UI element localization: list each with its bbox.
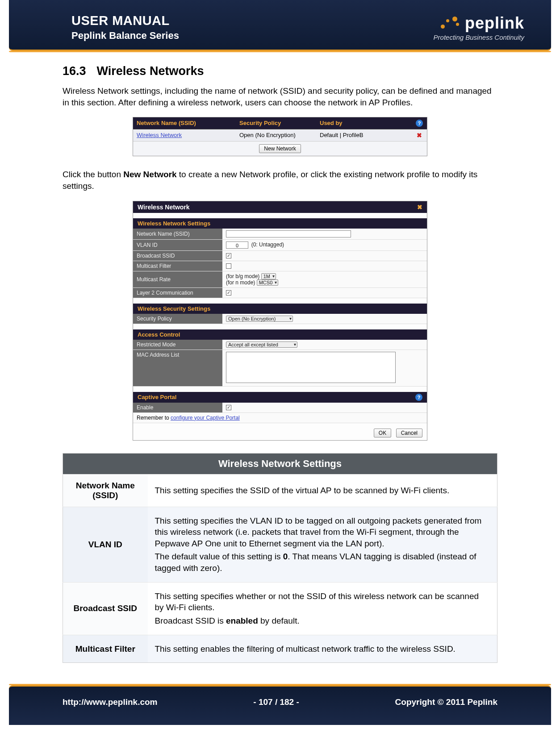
brand-tagline: Protecting Business Continuity (434, 33, 524, 41)
mrate-bg-select[interactable]: 1M (261, 273, 276, 279)
intro-paragraph: Wireless Network settings, including the… (63, 85, 497, 108)
setting-label-ssid: Network Name (SSID) (63, 474, 148, 507)
row-policy: Open (No Encryption) (236, 129, 316, 141)
new-network-button[interactable]: New Network (259, 144, 301, 153)
setting-desc-bcast-1: This setting specifies whether or not th… (155, 591, 490, 613)
label-vlan: VLAN ID (133, 239, 222, 250)
close-icon[interactable]: ✖ (417, 204, 422, 211)
section-heading: 16.3Wireless Networks (63, 64, 497, 78)
setting-desc-bcast-2: Broadcast SSID is enabled by default. (155, 615, 490, 627)
footer-url: http://www.peplink.com (63, 697, 158, 707)
settings-description-table: Wireless Network Settings Network Name (… (63, 453, 497, 663)
help-icon[interactable]: ? (415, 394, 422, 401)
brand-block: peplink Protecting Business Continuity (434, 14, 524, 41)
section-title: Wireless Networks (97, 64, 204, 78)
help-icon[interactable]: ? (416, 120, 423, 127)
network-edit-figure: Wireless Network ✖ Wireless Network Sett… (133, 201, 427, 441)
broadcast-checkbox[interactable]: ✓ (226, 253, 231, 258)
setting-desc-mfilter: This setting enables the filtering of mu… (155, 643, 490, 655)
network-link[interactable]: Wireless Network (137, 132, 182, 138)
secpol-select[interactable]: Open (No Encryption) (226, 316, 293, 322)
doc-title: USER MANUAL (71, 13, 179, 28)
settings-table-title: Wireless Network Settings (63, 453, 497, 474)
cancel-button[interactable]: Cancel (396, 429, 422, 437)
setting-label-vlan: VLAN ID (63, 507, 148, 582)
page-footer: http://www.peplink.com - 107 / 182 - Cop… (9, 685, 551, 725)
panel-title: Wireless Network (138, 204, 190, 211)
row-usedby: Default | ProfileB (316, 129, 412, 141)
delete-icon[interactable]: ✖ (417, 132, 422, 139)
subhead-captive: Captive Portal (138, 394, 176, 400)
col-ssid: Network Name (SSID) (133, 117, 236, 129)
enable-checkbox[interactable]: ✓ (226, 405, 231, 410)
rmode-select[interactable]: Accept all except listed (226, 341, 297, 348)
click-instruction: Click the button New Network to create a… (63, 169, 497, 192)
label-maclist: MAC Address List (133, 350, 222, 386)
setting-desc-vlan-1: This setting specifies the VLAN ID to be… (155, 515, 490, 550)
col-usedby: Used by (316, 117, 412, 129)
mfilter-checkbox[interactable] (226, 263, 231, 269)
label-ssid: Network Name (SSID) (133, 229, 222, 240)
mrate-n-select[interactable]: MCS0 (257, 279, 279, 286)
subhead-access: Access Control (133, 329, 427, 340)
mrate-n-label: (for n mode) (226, 279, 255, 286)
configure-portal-link[interactable]: configure your Captive Portal (171, 415, 240, 421)
maclist-textarea[interactable] (226, 352, 396, 383)
network-list-figure: Network Name (SSID) Security Policy Used… (133, 117, 427, 156)
footer-page: - 107 / 182 - (253, 697, 299, 707)
brand-dots-icon (440, 17, 462, 30)
label-broadcast: Broadcast SSID (133, 250, 222, 261)
subhead-security: Wireless Security Settings (133, 304, 427, 314)
setting-label-bcast: Broadcast SSID (63, 582, 148, 635)
col-help: ? (412, 117, 427, 129)
ok-button[interactable]: OK (374, 429, 391, 437)
mrate-bg-label: (for b/g mode) (226, 273, 259, 279)
ssid-input[interactable] (226, 230, 351, 237)
setting-desc-vlan-2: The default value of this setting is 0. … (155, 551, 490, 574)
setting-label-mfilter: Multicast Filter (63, 635, 148, 663)
setting-desc-ssid: This setting specifies the SSID of the v… (155, 485, 490, 496)
footer-copyright: Copyright © 2011 Peplink (395, 697, 497, 707)
col-policy: Security Policy (236, 117, 316, 129)
l2-checkbox[interactable]: ✓ (226, 290, 231, 296)
doc-subtitle: Peplink Balance Series (71, 30, 179, 42)
subhead-network-settings: Wireless Network Settings (133, 218, 427, 229)
label-enable: Enable (133, 403, 222, 413)
label-mfilter: Multicast Filter (133, 261, 222, 271)
label-mrate: Multicast Rate (133, 271, 222, 287)
brand-name: peplink (465, 14, 524, 33)
page-header: USER MANUAL Peplink Balance Series pepli… (9, 0, 551, 51)
section-number: 16.3 (63, 64, 86, 78)
label-secpol: Security Policy (133, 314, 222, 324)
label-rmode: Restricted Mode (133, 340, 222, 350)
vlan-note: (0: Untagged) (251, 242, 284, 248)
label-l2: Layer 2 Communication (133, 287, 222, 298)
remember-row: Remember to configure your Captive Porta… (133, 412, 427, 423)
vlan-input[interactable]: 0 (226, 242, 248, 249)
